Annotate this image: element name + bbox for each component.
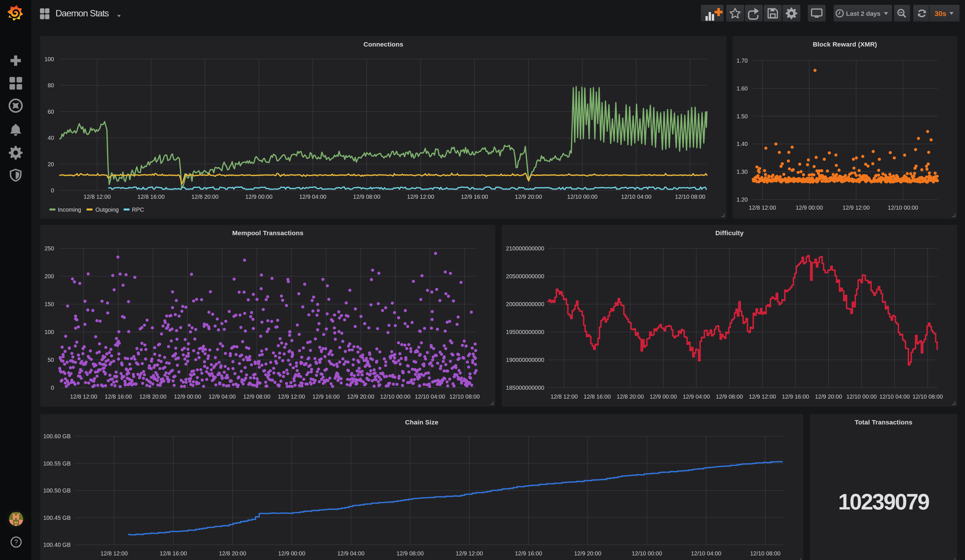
svg-text:12/8 20:00: 12/8 20:00: [617, 393, 644, 400]
svg-text:1.40: 1.40: [736, 141, 748, 147]
svg-text:12/9 12:00: 12/9 12:00: [749, 393, 776, 400]
svg-text:12/10 04:00: 12/10 04:00: [415, 393, 445, 400]
svg-text:12/9 00:00: 12/9 00:00: [245, 194, 273, 200]
svg-text:100.45 GB: 100.45 GB: [43, 514, 71, 521]
svg-text:12/8 16:00: 12/8 16:00: [160, 550, 187, 557]
svg-text:200000000000: 200000000000: [506, 301, 544, 307]
svg-text:50: 50: [48, 357, 54, 363]
svg-text:12/8 12:00: 12/8 12:00: [83, 194, 111, 200]
svg-text:12/9 12:00: 12/9 12:00: [407, 194, 434, 200]
svg-text:12/9 16:00: 12/9 16:00: [515, 550, 542, 557]
svg-text:12/10 08:00: 12/10 08:00: [913, 393, 943, 400]
svg-text:190000000000: 190000000000: [506, 357, 544, 363]
svg-text:12/10 04:00: 12/10 04:00: [691, 550, 721, 557]
svg-text:12/8 16:00: 12/8 16:00: [137, 194, 165, 200]
svg-text:12/10 08:00: 12/10 08:00: [450, 393, 480, 400]
svg-text:12/9 20:00: 12/9 20:00: [574, 550, 602, 557]
svg-text:12/9 04:00: 12/9 04:00: [683, 393, 710, 400]
svg-text:12/9 00:00: 12/9 00:00: [650, 393, 677, 400]
svg-text:150: 150: [44, 301, 54, 307]
svg-text:12/10 04:00: 12/10 04:00: [621, 194, 651, 200]
svg-text:12/9 20:00: 12/9 20:00: [347, 393, 375, 400]
svg-text:195000000000: 195000000000: [506, 329, 544, 335]
svg-text:12/9 16:00: 12/9 16:00: [782, 393, 809, 400]
svg-text:1.30: 1.30: [736, 168, 748, 175]
svg-text:12/10 00:00: 12/10 00:00: [567, 194, 598, 200]
svg-text:100: 100: [44, 329, 54, 335]
svg-text:100.60 GB: 100.60 GB: [43, 433, 71, 439]
svg-text:?: ?: [14, 538, 18, 546]
svg-text:1.60: 1.60: [736, 85, 748, 91]
svg-text:12/8 20:00: 12/8 20:00: [219, 550, 246, 557]
svg-text:12/10 00:00: 12/10 00:00: [846, 393, 877, 400]
svg-text:12/9 16:00: 12/9 16:00: [461, 194, 488, 200]
svg-text:12/9 12:00: 12/9 12:00: [842, 204, 870, 211]
svg-text:12/8 12:00: 12/8 12:00: [101, 550, 128, 557]
svg-text:12/9 16:00: 12/9 16:00: [312, 393, 340, 400]
svg-text:100.55 GB: 100.55 GB: [43, 460, 71, 467]
svg-text:12/9 20:00: 12/9 20:00: [815, 393, 842, 400]
svg-text:12/8 12:00: 12/8 12:00: [749, 204, 776, 211]
svg-text:60: 60: [48, 109, 54, 115]
svg-text:30s: 30s: [934, 10, 946, 18]
svg-text:12/9 00:00: 12/9 00:00: [174, 393, 201, 400]
svg-text:185000000000: 185000000000: [506, 385, 544, 391]
svg-text:205000000000: 205000000000: [506, 273, 544, 279]
svg-text:12/8 16:00: 12/8 16:00: [105, 393, 132, 400]
svg-text:12/10 00:00: 12/10 00:00: [888, 204, 918, 211]
svg-text:12/9 08:00: 12/9 08:00: [716, 393, 743, 400]
svg-text:210000000000: 210000000000: [506, 245, 544, 251]
svg-text:12/9 08:00: 12/9 08:00: [243, 393, 270, 400]
svg-text:12/9 04:00: 12/9 04:00: [209, 393, 236, 400]
svg-text:12/10 04:00: 12/10 04:00: [879, 393, 910, 400]
svg-text:0: 0: [51, 385, 54, 391]
svg-text:100: 100: [44, 56, 54, 62]
svg-text:12/10 00:00: 12/10 00:00: [380, 393, 411, 400]
svg-text:12/10 00:00: 12/10 00:00: [631, 550, 662, 557]
svg-text:0: 0: [51, 187, 54, 194]
svg-text:Outgoing: Outgoing: [95, 206, 119, 213]
svg-text:12/8 12:00: 12/8 12:00: [70, 393, 97, 400]
svg-text:12/9 12:00: 12/9 12:00: [278, 393, 305, 400]
svg-text:1.70: 1.70: [736, 57, 748, 64]
svg-text:12/10 08:00: 12/10 08:00: [750, 550, 780, 557]
svg-text:12/9 04:00: 12/9 04:00: [337, 550, 365, 557]
svg-text:100.40 GB: 100.40 GB: [43, 542, 71, 548]
svg-text:12/8 20:00: 12/8 20:00: [139, 393, 167, 400]
svg-text:1.20: 1.20: [736, 196, 748, 203]
svg-text:12/9 00:00: 12/9 00:00: [796, 204, 823, 211]
svg-text:80: 80: [48, 82, 54, 88]
svg-text:12/9 08:00: 12/9 08:00: [353, 194, 381, 200]
svg-text:12/9 20:00: 12/9 20:00: [515, 194, 542, 200]
svg-text:12/8 20:00: 12/8 20:00: [191, 194, 219, 200]
svg-text:250: 250: [44, 245, 54, 251]
svg-text:Last 2 days: Last 2 days: [846, 10, 880, 17]
svg-text:12/9 08:00: 12/9 08:00: [397, 550, 424, 557]
svg-text:100.50 GB: 100.50 GB: [43, 487, 71, 494]
svg-text:12/10 08:00: 12/10 08:00: [675, 194, 705, 200]
svg-text:12/9 04:00: 12/9 04:00: [299, 194, 327, 200]
svg-text:200: 200: [44, 273, 54, 279]
svg-text:12/9 12:00: 12/9 12:00: [456, 550, 483, 557]
svg-text:RPC: RPC: [132, 206, 144, 213]
svg-text:12/9 00:00: 12/9 00:00: [278, 550, 306, 557]
svg-text:1.50: 1.50: [736, 113, 748, 119]
svg-text:20: 20: [48, 161, 54, 167]
svg-text:12/8 12:00: 12/8 12:00: [551, 393, 578, 400]
svg-text:40: 40: [48, 135, 54, 141]
svg-text:Incoming: Incoming: [58, 206, 81, 213]
svg-text:12/8 16:00: 12/8 16:00: [584, 393, 611, 400]
